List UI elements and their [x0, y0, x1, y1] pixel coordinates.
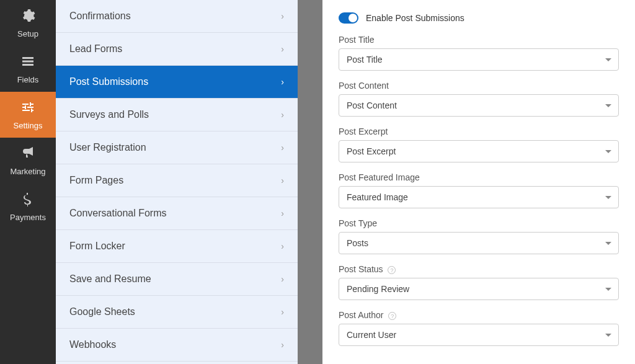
menu-label: Post Submissions	[69, 76, 148, 87]
chevron-right-icon: ›	[281, 340, 284, 350]
field-label: Post Content	[339, 81, 619, 91]
svg-rect-1	[22, 60, 33, 62]
menu-label: Surveys and Polls	[69, 109, 149, 120]
chevron-right-icon: ›	[281, 208, 284, 218]
menu-label: User Registration	[69, 142, 146, 153]
post-excerpt-select[interactable]: Post Excerpt	[339, 140, 619, 162]
nav-label: Marketing	[10, 167, 45, 176]
form-panel: Enable Post Submissions Post Title Post …	[322, 0, 635, 364]
menu-label: Webhooks	[69, 339, 116, 350]
chevron-right-icon: ›	[281, 77, 284, 87]
divider	[298, 0, 322, 364]
chevron-right-icon: ›	[281, 241, 284, 251]
field-label: Post Author ?	[339, 310, 619, 320]
enable-post-submissions-toggle[interactable]	[339, 12, 358, 24]
menu-item-conversational-forms[interactable]: Conversational Forms ›	[56, 197, 298, 230]
nav-label: Fields	[17, 75, 39, 84]
dollar-icon	[20, 192, 35, 210]
menu-item-google-sheets[interactable]: Google Sheets ›	[56, 296, 298, 329]
menu-item-webhooks[interactable]: Webhooks ›	[56, 329, 298, 362]
menu-label: Google Sheets	[69, 306, 135, 317]
svg-rect-0	[22, 57, 33, 59]
chevron-right-icon: ›	[281, 110, 284, 120]
nav-item-settings[interactable]: Settings	[0, 92, 56, 138]
form-group-post-status: Post Status ? Pending Review	[339, 264, 619, 300]
post-title-select[interactable]: Post Title	[339, 48, 619, 71]
menu-item-form-pages[interactable]: Form Pages ›	[56, 164, 298, 197]
post-type-select[interactable]: Posts	[339, 232, 619, 254]
svg-rect-2	[22, 64, 33, 66]
nav-item-fields[interactable]: Fields	[0, 46, 56, 92]
menu-label: Lead Forms	[69, 43, 122, 55]
form-group-post-title: Post Title Post Title	[339, 35, 619, 71]
chevron-right-icon: ›	[281, 44, 284, 54]
bullhorn-icon	[20, 146, 35, 164]
gear-icon	[20, 8, 35, 27]
post-author-select[interactable]: Current User	[339, 324, 619, 346]
sliders-icon	[20, 100, 35, 118]
menu-item-user-registration[interactable]: User Registration ›	[56, 131, 298, 164]
chevron-right-icon: ›	[281, 274, 284, 284]
menu-label: Form Locker	[69, 241, 125, 252]
menu-item-post-submissions[interactable]: Post Submissions ›	[56, 66, 298, 99]
post-content-select[interactable]: Post Content	[339, 94, 619, 117]
chevron-right-icon: ›	[281, 175, 284, 185]
list-icon	[20, 54, 35, 73]
menu-item-form-locker[interactable]: Form Locker ›	[56, 230, 298, 263]
field-label: Post Featured Image	[339, 172, 619, 182]
nav-sidebar: Setup Fields Settings Marketing Payments	[0, 0, 56, 364]
post-featured-image-select[interactable]: Featured Image	[339, 186, 619, 208]
menu-item-lead-forms[interactable]: Lead Forms ›	[56, 33, 298, 66]
field-label: Post Excerpt	[339, 127, 619, 136]
menu-label: Save and Resume	[69, 273, 151, 285]
menu-label: Form Pages	[69, 175, 123, 186]
settings-menu: Confirmations › Lead Forms › Post Submis…	[56, 0, 298, 364]
nav-item-setup[interactable]: Setup	[0, 0, 56, 46]
toggle-label: Enable Post Submissions	[366, 13, 464, 23]
chevron-right-icon: ›	[281, 11, 284, 21]
menu-label: Confirmations	[69, 11, 131, 22]
field-label: Post Status ?	[339, 264, 619, 274]
field-label: Post Type	[339, 218, 619, 228]
form-group-post-excerpt: Post Excerpt Post Excerpt	[339, 127, 619, 162]
menu-item-confirmations[interactable]: Confirmations ›	[56, 0, 298, 33]
enable-toggle-row: Enable Post Submissions	[339, 12, 619, 24]
field-label: Post Title	[339, 35, 619, 45]
help-icon[interactable]: ?	[388, 312, 396, 320]
menu-label: Conversational Forms	[69, 208, 167, 219]
nav-label: Setup	[17, 29, 38, 38]
nav-label: Settings	[14, 121, 43, 130]
menu-item-save-and-resume[interactable]: Save and Resume ›	[56, 263, 298, 296]
menu-item-surveys-and-polls[interactable]: Surveys and Polls ›	[56, 99, 298, 131]
form-group-post-featured-image: Post Featured Image Featured Image	[339, 172, 619, 208]
help-icon[interactable]: ?	[388, 266, 396, 274]
form-group-post-author: Post Author ? Current User	[339, 310, 619, 346]
form-group-post-type: Post Type Posts	[339, 218, 619, 254]
nav-item-marketing[interactable]: Marketing	[0, 138, 56, 184]
nav-item-payments[interactable]: Payments	[0, 184, 56, 229]
post-status-select[interactable]: Pending Review	[339, 278, 619, 300]
form-group-post-content: Post Content Post Content	[339, 81, 619, 117]
chevron-right-icon: ›	[281, 143, 284, 153]
chevron-right-icon: ›	[281, 307, 284, 317]
nav-label: Payments	[10, 213, 46, 222]
